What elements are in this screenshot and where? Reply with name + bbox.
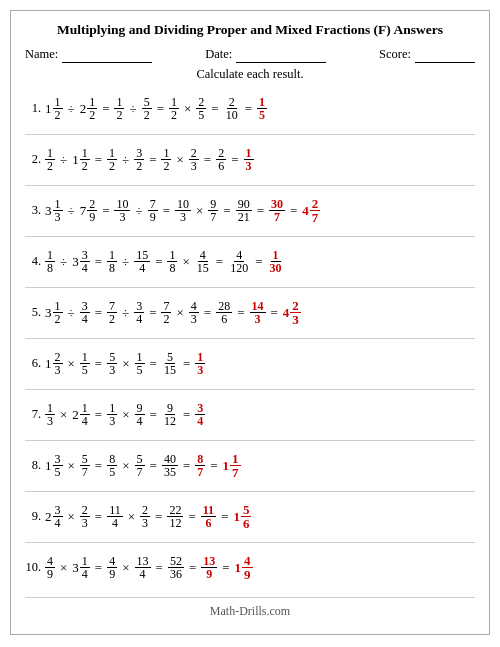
fraction: 12 xyxy=(114,96,124,121)
multiply-op: × xyxy=(173,152,186,168)
equals-sign: = xyxy=(287,203,300,219)
equals-sign: = xyxy=(180,356,193,372)
divide-op: ÷ xyxy=(119,152,132,168)
answer-fraction: 87 xyxy=(195,453,205,478)
fraction: 13 xyxy=(45,402,55,427)
equals-sign: = xyxy=(160,203,173,219)
fraction: 49 xyxy=(45,555,55,580)
fraction: 29 xyxy=(87,198,97,223)
equals-sign: = xyxy=(219,560,232,576)
mixed-number: 214 xyxy=(72,402,90,427)
answer-mixed: 117 xyxy=(223,452,241,479)
instruction: Calculate each result. xyxy=(25,67,475,82)
fraction: 134 xyxy=(135,555,151,580)
table-row: 9.234×23=114×23=2212=116=156 xyxy=(25,498,475,536)
row-divider xyxy=(25,134,475,135)
fraction: 25 xyxy=(196,96,206,121)
problem-number: 3. xyxy=(25,203,43,218)
equals-sign: = xyxy=(201,152,214,168)
divide-op: ÷ xyxy=(65,101,78,117)
equals-sign: = xyxy=(268,305,281,321)
footer: Math-Drills.com xyxy=(25,597,475,619)
answer-fraction: 17 xyxy=(230,452,241,479)
table-row: 10.49×314=49×134=5236=139=149 xyxy=(25,549,475,587)
answer-fraction: 307 xyxy=(269,198,285,223)
mixed-number: 123 xyxy=(45,351,63,376)
row-divider xyxy=(25,389,475,390)
fraction: 18 xyxy=(45,249,55,274)
fraction: 18 xyxy=(107,249,117,274)
row-divider xyxy=(25,542,475,543)
multiply-op: × xyxy=(193,203,206,219)
fraction: 12 xyxy=(161,147,171,172)
multiply-op: × xyxy=(173,305,186,321)
fraction: 12 xyxy=(45,147,55,172)
equals-sign: = xyxy=(242,101,255,117)
fraction: 415 xyxy=(195,249,211,274)
equals-sign: = xyxy=(228,152,241,168)
row-divider xyxy=(25,440,475,441)
date-label: Date: xyxy=(205,47,232,62)
problem-number: 5. xyxy=(25,305,43,320)
score-underline xyxy=(415,47,475,63)
equals-sign: = xyxy=(92,458,105,474)
fraction: 52 xyxy=(142,96,152,121)
equals-sign: = xyxy=(152,509,165,525)
table-row: 7.13×214=13×94=912=34 xyxy=(25,396,475,434)
equals-sign: = xyxy=(146,152,159,168)
fraction: 15 xyxy=(135,351,145,376)
fraction: 210 xyxy=(224,96,240,121)
equals-sign: = xyxy=(92,356,105,372)
fraction: 49 xyxy=(107,555,117,580)
equals-sign: = xyxy=(92,305,105,321)
fraction: 14 xyxy=(80,402,90,427)
multiply-op: × xyxy=(119,407,132,423)
problems-container: 1.112÷212=12÷52=12×25=210=152.12÷112=12÷… xyxy=(25,90,475,587)
answer-fraction: 130 xyxy=(268,249,284,274)
fraction: 154 xyxy=(134,249,150,274)
fraction: 13 xyxy=(53,198,63,223)
row-divider xyxy=(25,287,475,288)
mixed-number: 313 xyxy=(45,198,63,223)
mixed-number: 312 xyxy=(45,300,63,325)
equals-sign: = xyxy=(186,560,199,576)
multiply-op: × xyxy=(57,407,70,423)
fraction: 12 xyxy=(53,96,63,121)
fraction: 18 xyxy=(167,249,177,274)
divide-op: ÷ xyxy=(57,254,70,270)
answer-mixed: 149 xyxy=(235,554,253,581)
fraction: 12 xyxy=(169,96,179,121)
fraction: 14 xyxy=(80,555,90,580)
problem-number: 1. xyxy=(25,101,43,116)
equals-sign: = xyxy=(185,509,198,525)
fraction: 912 xyxy=(162,402,178,427)
fraction: 23 xyxy=(140,504,150,529)
problem-number: 9. xyxy=(25,509,43,524)
table-row: 4.18÷334=18÷154=18×415=4120=130 xyxy=(25,243,475,281)
answer-fraction: 56 xyxy=(241,503,252,530)
fraction: 23 xyxy=(189,147,199,172)
equals-sign: = xyxy=(154,101,167,117)
mixed-number: 135 xyxy=(45,453,63,478)
equals-sign: = xyxy=(252,254,265,270)
fraction: 103 xyxy=(114,198,130,223)
mixed-number: 112 xyxy=(72,147,90,172)
mixed-number: 234 xyxy=(45,504,63,529)
row-divider xyxy=(25,236,475,237)
equals-sign: = xyxy=(99,203,112,219)
multiply-op: × xyxy=(179,254,192,270)
name-underline xyxy=(62,47,152,63)
equals-sign: = xyxy=(254,203,267,219)
equals-sign: = xyxy=(92,254,105,270)
mixed-number: 314 xyxy=(72,555,90,580)
fraction: 4120 xyxy=(228,249,250,274)
equals-sign: = xyxy=(92,152,105,168)
multiply-op: × xyxy=(65,356,78,372)
fraction: 2212 xyxy=(167,504,183,529)
answer-fraction: 23 xyxy=(290,299,301,326)
answer-fraction: 13 xyxy=(244,147,254,172)
problem-number: 8. xyxy=(25,458,43,473)
equals-sign: = xyxy=(92,407,105,423)
problem-number: 6. xyxy=(25,356,43,371)
multiply-op: × xyxy=(119,356,132,372)
